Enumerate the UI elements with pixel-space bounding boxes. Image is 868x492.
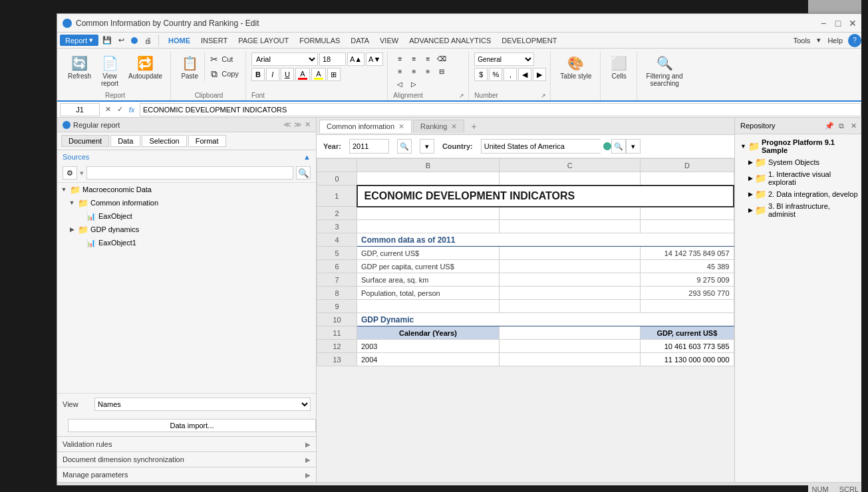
cell-7-label[interactable]: Surface area, sq. km — [357, 273, 500, 287]
close-button[interactable]: ✕ — [847, 17, 859, 29]
tab-data[interactable]: Data — [110, 135, 140, 147]
indent-dec-button[interactable]: ◁ — [393, 78, 406, 90]
cell-3-c[interactable] — [499, 220, 640, 233]
cell-8-c[interactable] — [499, 287, 640, 300]
sources-settings-button[interactable]: ⚙ — [63, 166, 77, 180]
menu-item-view[interactable]: VIEW — [374, 35, 404, 46]
paste-button[interactable]: 📋 Paste — [176, 51, 205, 82]
alignment-expand-icon[interactable]: ↗ — [459, 92, 464, 99]
font-name-select[interactable]: Arial — [251, 53, 318, 66]
country-dropdown-button[interactable]: ▾ — [626, 139, 641, 154]
year-filter-input[interactable] — [349, 139, 389, 154]
cell-5-value[interactable]: 14 142 735 849 057 — [641, 247, 734, 260]
formula-confirm-icon[interactable]: ✓ — [114, 104, 125, 115]
percent-button[interactable]: % — [489, 68, 502, 81]
cut-button[interactable]: ✂ Cut — [206, 53, 241, 66]
user-icon[interactable]: ? — [848, 34, 861, 47]
tree-item-eaxobject1[interactable]: 📊 EaxObject1 — [73, 236, 316, 249]
country-filter-input[interactable] — [481, 139, 601, 154]
cell-9-c[interactable] — [499, 300, 640, 313]
col-header-b[interactable]: B — [357, 159, 500, 172]
cell-8-label[interactable]: Population, total, person — [357, 287, 500, 300]
underline-button[interactable]: U — [281, 68, 294, 81]
validation-rules-header[interactable]: Validation rules ▶ — [57, 437, 316, 451]
autoupdate-button[interactable]: 🔁 Autoupdate — [124, 51, 166, 82]
tab-common-info-close[interactable]: ✕ — [398, 122, 404, 131]
col-header-d[interactable]: D — [641, 159, 734, 172]
menu-item-advanced-analytics[interactable]: ADVANCED ANALYTICS — [404, 35, 496, 46]
dec-dec-button[interactable]: ▶ — [533, 68, 546, 81]
number-expand-icon[interactable]: ↗ — [541, 92, 546, 99]
spreadsheet[interactable]: B C D 0 — [317, 158, 734, 482]
cell-2-c[interactable] — [499, 207, 640, 220]
data-import-button[interactable]: Data import... — [68, 419, 316, 432]
number-format-select[interactable]: General — [474, 53, 534, 66]
cell-1-title[interactable]: ECONOMIC DEVELOPMENT INDICATORS — [357, 185, 734, 207]
indent-inc-button[interactable]: ▷ — [407, 78, 420, 90]
filter-search-button[interactable]: 🔍 Filtering andsearching — [643, 51, 687, 90]
dimension-sync-header[interactable]: Document dimension synchronization ▶ — [57, 452, 316, 467]
panel-nav-next[interactable]: ≫ — [294, 120, 302, 129]
align-mid-left-button[interactable]: ≡ — [393, 65, 406, 77]
cell-11-c[interactable] — [499, 326, 640, 340]
tree-item-eaxobject[interactable]: 📊 EaxObject — [73, 209, 316, 223]
view-select[interactable]: Names — [94, 398, 311, 411]
tab-document[interactable]: Document — [61, 135, 109, 147]
cell-6-label[interactable]: GDP per capita, current US$ — [357, 260, 500, 273]
cell-5-label[interactable]: GDP, current US$ — [357, 247, 500, 260]
cell-7-c[interactable] — [499, 273, 640, 287]
tree-item-gdp-dynamics[interactable]: ▶ 📁 GDP dynamics — [65, 223, 316, 236]
cells-button[interactable]: ⬜ Cells — [606, 51, 633, 82]
cell-2-d[interactable] — [641, 207, 734, 220]
font-size-dec-button[interactable]: A▼ — [366, 53, 383, 66]
wrap-text-button[interactable]: ⌫ — [435, 53, 448, 64]
font-size-inc-button[interactable]: A▲ — [347, 53, 364, 66]
circle-button[interactable] — [128, 36, 140, 45]
cell-8-value[interactable]: 293 950 770 — [641, 287, 734, 300]
tools-menu[interactable]: Tools — [790, 35, 815, 46]
borders-button[interactable]: ⊞ — [327, 68, 341, 81]
menu-item-data[interactable]: DATA — [345, 35, 374, 46]
repo-item-bi-infra[interactable]: ▶ 📁 3. BI infrastructure, administ — [746, 201, 861, 219]
menu-item-development[interactable]: DEVELOPMENT — [496, 35, 562, 46]
cell-2-b[interactable] — [357, 207, 500, 220]
minimize-button[interactable]: − — [817, 17, 829, 29]
cell-10-section[interactable]: GDP Dynamic — [357, 313, 734, 326]
font-size-input[interactable] — [319, 53, 346, 66]
merge-button[interactable]: ⊟ — [435, 65, 448, 77]
cell-9-d[interactable] — [641, 300, 734, 313]
repo-pin-icon[interactable]: 📌 — [824, 120, 835, 131]
tree-item-macroeconomic[interactable]: ▼ 📁 Macroeconomic Data — [57, 183, 316, 196]
col-header-c[interactable]: C — [499, 159, 640, 172]
panel-close[interactable]: ✕ — [305, 120, 311, 129]
year-search-button[interactable]: 🔍 — [397, 139, 412, 154]
tab-ranking[interactable]: Ranking ✕ — [413, 120, 464, 133]
cell-5-c[interactable] — [499, 247, 640, 260]
comma-button[interactable]: , — [504, 68, 517, 81]
repo-item-data-integration[interactable]: ▶ 📁 2. Data integration, develop — [746, 187, 861, 201]
align-top-right-button[interactable]: ≡ — [421, 53, 434, 64]
menu-item-home[interactable]: HOME — [163, 35, 196, 46]
menu-item-insert[interactable]: INSERT — [196, 35, 233, 46]
print-button[interactable]: 🖨 — [142, 35, 154, 46]
align-mid-center-button[interactable]: ≡ — [407, 65, 420, 77]
dollar-button[interactable]: $ — [474, 68, 488, 81]
maximize-button[interactable]: □ — [832, 17, 844, 29]
cell-12-year[interactable]: 2003 — [357, 340, 500, 353]
manage-params-header[interactable]: Manage parameters ▶ — [57, 467, 316, 482]
cell-0-c[interactable] — [499, 172, 640, 185]
tab-ranking-close[interactable]: ✕ — [451, 122, 457, 131]
dec-inc-button[interactable]: ◀ — [518, 68, 531, 81]
tab-common-information[interactable]: Common information ✕ — [319, 120, 412, 133]
view-report-button[interactable]: 📄 Viewreport — [96, 51, 123, 90]
cell-6-c[interactable] — [499, 260, 640, 273]
menu-item-page-layout[interactable]: PAGE LAYOUT — [233, 35, 294, 46]
tree-item-common-info[interactable]: ▼ 📁 Common information — [65, 196, 316, 209]
add-tab-button[interactable]: + — [466, 119, 482, 134]
cell-12-c[interactable] — [499, 340, 640, 353]
tab-selection[interactable]: Selection — [142, 135, 186, 147]
cell-4-section[interactable]: Common data as of 2011 — [357, 233, 734, 247]
cell-11-header-gdp[interactable]: GDP, current US$ — [641, 326, 734, 340]
help-menu[interactable]: Help — [823, 35, 847, 46]
align-mid-right-button[interactable]: ≡ — [421, 65, 434, 77]
